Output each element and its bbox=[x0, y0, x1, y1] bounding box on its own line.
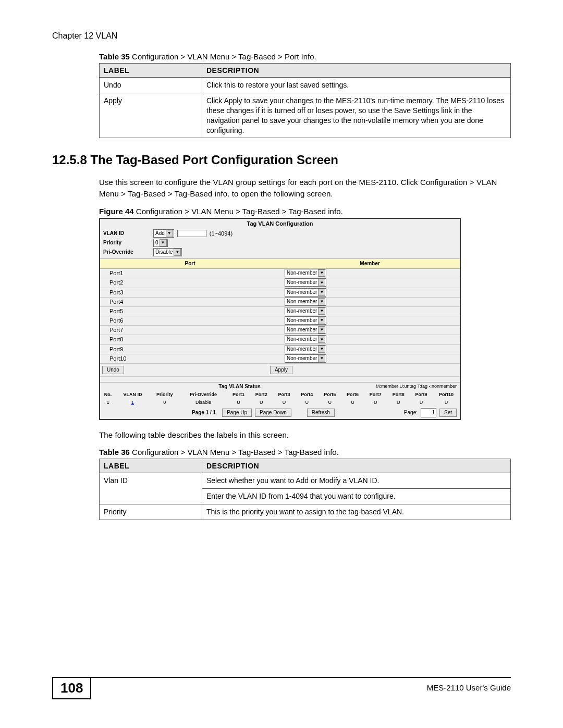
port-name: Port7 bbox=[100, 326, 285, 335]
vlan-id-link[interactable]: 1 bbox=[131, 400, 134, 405]
vlan-id-input[interactable] bbox=[177, 230, 206, 237]
member-select[interactable]: Non-member▼ bbox=[285, 326, 326, 334]
port-row: Port2Non-member▼ bbox=[100, 278, 460, 288]
status-grid: No.VLAN IDPriorityPri-OverridePort1Port2… bbox=[100, 391, 460, 406]
row-priority: Priority 0▼ bbox=[100, 238, 460, 248]
status-cell: U bbox=[364, 399, 387, 406]
status-col: Port9 bbox=[410, 391, 433, 399]
table36-row0-label: Vlan ID bbox=[100, 473, 202, 504]
port-name: Port10 bbox=[100, 354, 285, 363]
undo-button[interactable]: Undo bbox=[102, 366, 124, 374]
status-col: VLAN ID bbox=[116, 391, 150, 399]
table35: LABEL DESCRIPTION Undo Click this to res… bbox=[99, 63, 511, 138]
port-row: Port8Non-member▼ bbox=[100, 335, 460, 344]
table36-caption-bold: Table 36 bbox=[99, 448, 130, 456]
table35-col-desc: DESCRIPTION bbox=[202, 64, 511, 78]
page-input[interactable] bbox=[421, 408, 436, 417]
col-member: Member bbox=[280, 259, 460, 268]
port-name: Port2 bbox=[100, 278, 285, 287]
status-col: Pri-Override bbox=[180, 391, 227, 399]
status-cell: U bbox=[433, 399, 460, 406]
port-name: Port6 bbox=[100, 316, 285, 325]
status-cell: Disable bbox=[180, 399, 227, 406]
status-col: Port6 bbox=[341, 391, 364, 399]
dropdown-icon: ▼ bbox=[318, 326, 325, 334]
status-col: Port1 bbox=[227, 391, 250, 399]
page-up-button[interactable]: Page Up bbox=[222, 409, 252, 417]
port-row: Port4Non-member▼ bbox=[100, 298, 460, 307]
priority-select[interactable]: 0▼ bbox=[153, 239, 168, 247]
port-name: Port9 bbox=[100, 345, 285, 354]
table36-col-label: LABEL bbox=[100, 459, 202, 473]
member-select[interactable]: Non-member▼ bbox=[285, 345, 326, 353]
port-row: Port3Non-member▼ bbox=[100, 288, 460, 298]
status-cell: U bbox=[250, 399, 273, 406]
status-cell: U bbox=[319, 399, 341, 406]
member-select[interactable]: Non-member▼ bbox=[285, 354, 326, 363]
port-header-row: Port Member bbox=[100, 258, 460, 269]
port-name: Port4 bbox=[100, 298, 285, 306]
page-number: 108 bbox=[52, 678, 91, 699]
member-select[interactable]: Non-member▼ bbox=[285, 307, 326, 315]
apply-button[interactable]: Apply bbox=[270, 366, 292, 374]
dropdown-icon: ▼ bbox=[318, 355, 325, 362]
status-cell: 0 bbox=[150, 399, 180, 406]
member-select[interactable]: Non-member▼ bbox=[285, 278, 326, 287]
status-title-row: Tag VLAN Status M:member U:untag T:tag -… bbox=[100, 382, 460, 391]
status-cell: U bbox=[273, 399, 296, 406]
refresh-button[interactable]: Refresh bbox=[307, 409, 335, 417]
table36: LABEL DESCRIPTION Vlan ID Select whether… bbox=[99, 459, 511, 520]
status-cell: U bbox=[227, 399, 250, 406]
button-row: Undo Apply bbox=[100, 364, 460, 376]
table35-col-label: LABEL bbox=[100, 64, 202, 78]
chapter-header: Chapter 12 VLAN bbox=[52, 31, 511, 41]
table36-caption-rest: Configuration > VLAN Menu > Tag-Based > … bbox=[130, 448, 339, 456]
pager-row: Page 1 / 1 Page Up Page Down Refresh Pag… bbox=[100, 406, 460, 419]
status-cell: U bbox=[341, 399, 364, 406]
set-button[interactable]: Set bbox=[439, 409, 457, 417]
prioverride-select[interactable]: Disable▼ bbox=[153, 248, 182, 256]
page-down-button[interactable]: Page Down bbox=[255, 409, 291, 417]
section-heading: 12.5.8 The Tag-Based Port Configuration … bbox=[52, 153, 511, 167]
screenshot-panel: Tag VLAN Configuration VLAN ID Add▼ (1~4… bbox=[99, 218, 461, 420]
port-row: Port1Non-member▼ bbox=[100, 269, 460, 278]
dropdown-icon: ▼ bbox=[318, 346, 325, 353]
table35-caption: Table 35 Configuration > VLAN Menu > Tag… bbox=[99, 52, 511, 61]
after-figure-text: The following table describes the labels… bbox=[99, 429, 511, 441]
section-para1: Use this screen to configure the VLAN gr… bbox=[99, 177, 511, 200]
pager-label: Page 1 / 1 bbox=[192, 410, 216, 416]
port-row: Port5Non-member▼ bbox=[100, 307, 460, 316]
col-port: Port bbox=[100, 259, 280, 268]
priority-label: Priority bbox=[103, 240, 150, 246]
status-col: No. bbox=[100, 391, 116, 399]
status-col: Port4 bbox=[296, 391, 319, 399]
status-col: Port3 bbox=[273, 391, 296, 399]
member-select[interactable]: Non-member▼ bbox=[285, 316, 326, 325]
member-select[interactable]: Non-member▼ bbox=[285, 298, 326, 306]
dropdown-icon: ▼ bbox=[318, 317, 325, 324]
vlan-id-select[interactable]: Add▼ bbox=[153, 229, 174, 238]
dropdown-icon: ▼ bbox=[318, 307, 325, 315]
status-cell: U bbox=[387, 399, 410, 406]
port-row: Port7Non-member▼ bbox=[100, 326, 460, 335]
status-col: Port2 bbox=[250, 391, 273, 399]
member-select[interactable]: Non-member▼ bbox=[285, 288, 326, 297]
status-col: Port10 bbox=[433, 391, 460, 399]
port-name: Port3 bbox=[100, 288, 285, 297]
dropdown-icon: ▼ bbox=[318, 298, 325, 305]
member-select[interactable]: Non-member▼ bbox=[285, 335, 326, 343]
footer-guide: MES-2110 User's Guide bbox=[427, 678, 511, 692]
port-row: Port10Non-member▼ bbox=[100, 354, 460, 364]
dropdown-icon: ▼ bbox=[174, 249, 181, 256]
dropdown-icon: ▼ bbox=[160, 239, 167, 246]
port-name: Port1 bbox=[100, 269, 285, 278]
status-cell: 1 bbox=[116, 399, 150, 406]
status-col: Priority bbox=[150, 391, 180, 399]
pager-page-label: Page: bbox=[404, 410, 418, 416]
dropdown-icon: ▼ bbox=[318, 269, 325, 277]
member-select[interactable]: Non-member▼ bbox=[285, 269, 326, 277]
status-col: Port7 bbox=[364, 391, 387, 399]
footer-bar: 108 MES-2110 User's Guide bbox=[52, 677, 511, 699]
dropdown-icon: ▼ bbox=[318, 336, 325, 343]
status-col: Port5 bbox=[319, 391, 341, 399]
